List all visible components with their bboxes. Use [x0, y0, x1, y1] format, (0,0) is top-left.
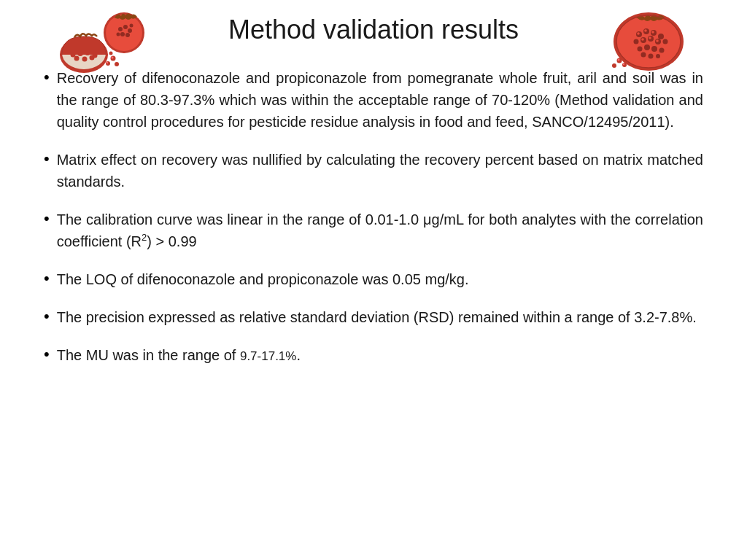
bullet-item: •The calibration curve was linear in the… [44, 209, 703, 252]
bullet-dot: • [44, 304, 50, 328]
svg-point-53 [644, 29, 647, 32]
bullet-text: The calibration curve was linear in the … [57, 209, 703, 252]
bullet-text: Matrix effect on recovery was nullified … [57, 149, 703, 192]
bullet-text: The precision expressed as relative stan… [57, 306, 697, 328]
bullet-text: The LOQ of difenoconazole and propiconaz… [57, 268, 469, 290]
bullet-dot: • [44, 266, 50, 290]
svg-point-31 [112, 57, 114, 59]
svg-point-8 [130, 24, 133, 28]
svg-point-5 [120, 32, 125, 36]
bullet-dot: • [44, 65, 50, 89]
svg-point-50 [649, 54, 654, 59]
bullet-item: •Matrix effect on recovery was nullified… [44, 149, 703, 192]
svg-point-62 [623, 63, 624, 65]
svg-point-48 [659, 48, 665, 53]
svg-point-20 [82, 57, 88, 62]
header: Method validation results [36, 15, 711, 45]
svg-point-55 [641, 38, 644, 41]
svg-point-45 [638, 47, 643, 52]
svg-point-61 [618, 59, 620, 61]
pomegranate-right-image [608, 11, 689, 73]
bullet-item: •Recovery of difenoconazole and propicon… [44, 67, 703, 133]
svg-point-59 [622, 63, 627, 67]
svg-point-32 [107, 62, 108, 63]
page-title: Method validation results [228, 15, 519, 45]
svg-point-29 [115, 62, 119, 66]
svg-point-47 [651, 46, 657, 52]
svg-point-21 [90, 55, 95, 61]
svg-point-30 [109, 52, 113, 55]
pomegranate-left-image [58, 11, 146, 77]
svg-point-60 [612, 63, 616, 68]
svg-point-51 [656, 54, 660, 58]
svg-point-3 [123, 25, 128, 29]
svg-point-39 [658, 34, 664, 39]
svg-point-40 [634, 39, 639, 44]
slide: Method validation results [0, 0, 747, 560]
svg-point-49 [641, 52, 646, 58]
bullet-dot: • [44, 147, 50, 171]
bullet-dot: • [44, 342, 50, 366]
svg-point-7 [117, 33, 120, 36]
svg-point-6 [125, 33, 130, 37]
svg-point-2 [118, 27, 123, 31]
bullet-item: •The MU was in the range of 9.7-17.1%. [44, 344, 703, 366]
svg-point-46 [644, 44, 650, 50]
content-area: •Recovery of difenoconazole and propicon… [36, 67, 711, 366]
bullet-text: Recovery of difenoconazole and propicona… [57, 67, 703, 133]
svg-point-57 [656, 39, 659, 42]
bullet-text: The MU was in the range of 9.7-17.1%. [57, 344, 301, 366]
svg-point-52 [637, 32, 640, 35]
svg-point-56 [649, 36, 651, 39]
bullet-item: •The LOQ of difenoconazole and propicona… [44, 268, 703, 290]
svg-point-28 [106, 61, 110, 66]
svg-point-54 [651, 31, 654, 34]
svg-point-44 [663, 39, 668, 44]
bullet-item: •The precision expressed as relative sta… [44, 306, 703, 328]
svg-point-19 [74, 56, 80, 61]
bullet-dot: • [44, 206, 50, 230]
svg-point-4 [128, 28, 132, 33]
bullets-list: •Recovery of difenoconazole and propicon… [44, 67, 703, 366]
